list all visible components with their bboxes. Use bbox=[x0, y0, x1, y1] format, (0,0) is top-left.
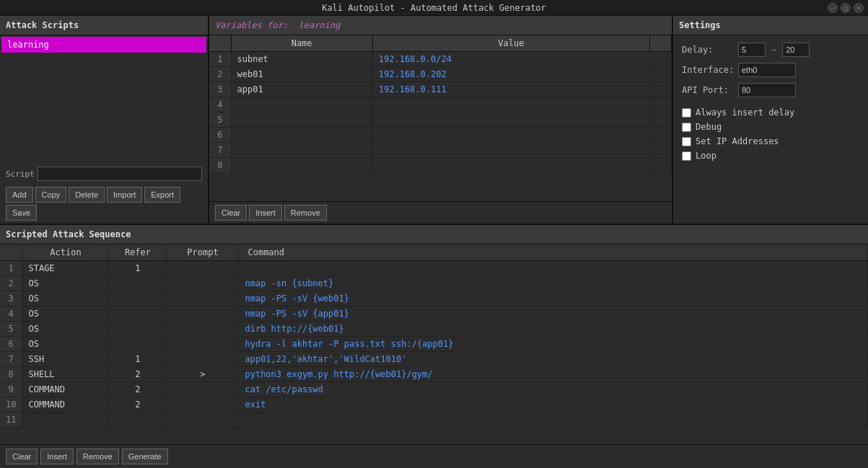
vars-remove-button[interactable]: Remove bbox=[284, 205, 327, 221]
seq-col-command: Command bbox=[239, 244, 868, 261]
var-extra bbox=[650, 158, 672, 173]
set-ip-addresses-row[interactable]: Set IP Addresses bbox=[682, 136, 859, 146]
table-row: 7 SSH 1 app01,22,'akhtar','WildCat1010' bbox=[0, 352, 868, 367]
seq-col-num bbox=[0, 244, 22, 261]
seq-prompt bbox=[167, 322, 239, 337]
seq-prompt bbox=[167, 397, 239, 412]
set-ip-addresses-checkbox[interactable] bbox=[682, 137, 691, 146]
attack-scripts-panel: Attack Scripts learning Script Add Copy … bbox=[0, 16, 209, 224]
sequence-table-wrap: Action Refer Prompt Command 1 STAGE 1 2 … bbox=[0, 244, 868, 444]
delay-max-input[interactable] bbox=[782, 43, 810, 57]
var-extra bbox=[650, 143, 672, 158]
table-row: 1 STAGE 1 bbox=[0, 261, 868, 276]
var-value bbox=[372, 112, 649, 128]
seq-refer: 1 bbox=[109, 352, 167, 367]
variables-btn-row: Clear Insert Remove bbox=[209, 201, 672, 224]
settings-panel: Settings Delay: – Interface: API Port: bbox=[673, 16, 868, 224]
delay-dash: – bbox=[771, 45, 776, 55]
loop-row[interactable]: Loop bbox=[682, 151, 859, 161]
table-row: 2 web01 192.168.0.202 bbox=[209, 67, 672, 82]
var-row-num: 5 bbox=[209, 112, 231, 128]
delay-min-input[interactable] bbox=[738, 43, 766, 57]
seq-row-num: 1 bbox=[0, 261, 22, 276]
scripts-list: learning bbox=[0, 35, 208, 164]
save-button[interactable]: Save bbox=[6, 205, 37, 221]
vars-insert-button[interactable]: Insert bbox=[249, 205, 282, 221]
set-ip-addresses-label: Set IP Addresses bbox=[696, 136, 779, 146]
seq-command bbox=[239, 261, 868, 276]
seq-prompt bbox=[167, 306, 239, 322]
seq-action: COMMAND bbox=[22, 397, 109, 412]
var-extra bbox=[650, 112, 672, 128]
seq-prompt bbox=[167, 412, 239, 428]
variables-script-name: learning bbox=[299, 20, 341, 30]
seq-row-num: 2 bbox=[0, 276, 22, 291]
seq-refer: 1 bbox=[109, 261, 167, 276]
seq-insert-button[interactable]: Insert bbox=[40, 449, 74, 464]
seq-row-num: 8 bbox=[0, 367, 22, 382]
debug-row[interactable]: Debug bbox=[682, 122, 859, 132]
seq-prompt: > bbox=[167, 367, 239, 382]
seq-refer bbox=[109, 291, 167, 306]
variables-header: Variables for: learning bbox=[209, 16, 672, 35]
loop-checkbox[interactable] bbox=[682, 151, 691, 161]
var-name: web01 bbox=[231, 67, 372, 82]
var-name: subnet bbox=[231, 52, 372, 67]
seq-command: cat /etc/passwd bbox=[239, 382, 868, 397]
table-row: 8 SHELL 2 > python3 exgym.py http://{web… bbox=[0, 367, 868, 382]
table-row: 4 bbox=[209, 97, 672, 112]
seq-action: OS bbox=[22, 291, 109, 306]
seq-command: nmap -PS -sV {web01} bbox=[239, 291, 868, 306]
delay-label: Delay: bbox=[682, 45, 732, 55]
loop-label: Loop bbox=[696, 151, 716, 161]
always-insert-delay-label: Always insert delay bbox=[696, 107, 794, 118]
seq-refer bbox=[109, 337, 167, 352]
seq-command: app01,22,'akhtar','WildCat1010' bbox=[239, 352, 868, 367]
api-port-label: API Port: bbox=[682, 85, 732, 95]
var-value: 192.168.0.111 bbox=[372, 82, 649, 97]
seq-row-num: 7 bbox=[0, 352, 22, 367]
debug-label: Debug bbox=[696, 122, 722, 132]
variables-header-prefix: Variables for: bbox=[215, 20, 288, 30]
vars-clear-button[interactable]: Clear bbox=[215, 205, 247, 221]
attack-scripts-btn-row: Add Copy Delete Import Export Save bbox=[0, 184, 208, 224]
delete-button[interactable]: Delete bbox=[69, 187, 105, 203]
seq-clear-button[interactable]: Clear bbox=[6, 449, 38, 464]
var-name bbox=[231, 112, 372, 128]
script-item-learning[interactable]: learning bbox=[1, 37, 206, 53]
close-button[interactable]: × bbox=[854, 3, 864, 13]
seq-refer: 2 bbox=[109, 367, 167, 382]
import-button[interactable]: Import bbox=[107, 187, 142, 203]
seq-prompt bbox=[167, 337, 239, 352]
copy-button[interactable]: Copy bbox=[35, 187, 67, 203]
script-name-input[interactable] bbox=[38, 167, 202, 181]
seq-command bbox=[239, 412, 868, 428]
window-controls: – □ × bbox=[828, 3, 864, 13]
table-row: 9 COMMAND 2 cat /etc/passwd bbox=[0, 382, 868, 397]
api-port-input[interactable] bbox=[738, 83, 796, 97]
seq-remove-button[interactable]: Remove bbox=[76, 449, 119, 464]
var-row-num: 1 bbox=[209, 52, 231, 67]
settings-body: Delay: – Interface: API Port: Always bbox=[673, 35, 868, 168]
export-button[interactable]: Export bbox=[144, 187, 180, 203]
add-button[interactable]: Add bbox=[6, 187, 33, 203]
debug-checkbox[interactable] bbox=[682, 123, 691, 132]
seq-row-num: 9 bbox=[0, 382, 22, 397]
table-row: 10 COMMAND 2 exit bbox=[0, 397, 868, 412]
seq-refer: 2 bbox=[109, 397, 167, 412]
minimize-button[interactable]: – bbox=[828, 3, 838, 13]
seq-row-num: 5 bbox=[0, 322, 22, 337]
maximize-button[interactable]: □ bbox=[841, 3, 851, 13]
interface-label: Interface: bbox=[682, 65, 732, 75]
interface-input[interactable] bbox=[738, 63, 796, 77]
seq-generate-button[interactable]: Generate bbox=[122, 449, 168, 464]
table-row: 5 bbox=[209, 112, 672, 128]
script-name-row: Script bbox=[0, 164, 208, 184]
var-row-num: 4 bbox=[209, 97, 231, 112]
seq-col-action: Action bbox=[22, 244, 109, 261]
var-row-num: 3 bbox=[209, 82, 231, 97]
always-insert-delay-checkbox[interactable] bbox=[682, 108, 691, 118]
interface-row: Interface: bbox=[682, 63, 859, 77]
always-insert-delay-row[interactable]: Always insert delay bbox=[682, 107, 859, 118]
var-value bbox=[372, 128, 649, 143]
